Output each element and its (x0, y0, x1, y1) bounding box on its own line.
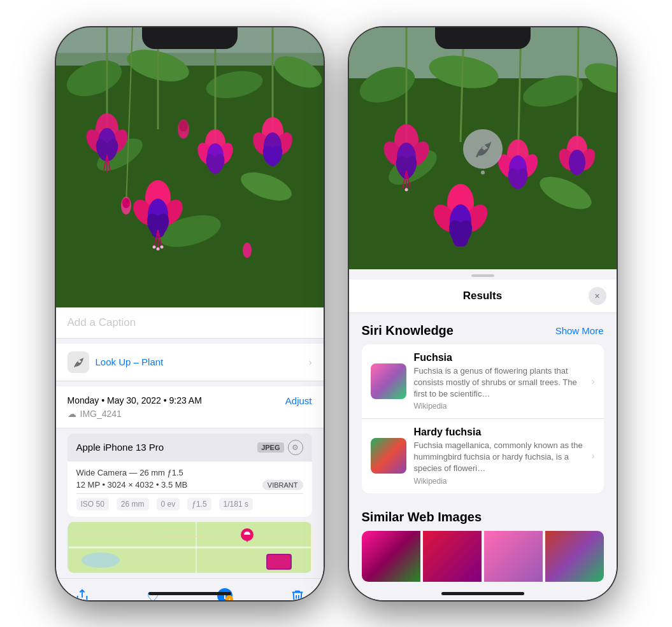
adjust-button[interactable]: Adjust (285, 395, 312, 406)
hardy-chevron: › (592, 451, 595, 461)
flower-photo[interactable] (56, 27, 324, 307)
fuchsia-source: Wikipedia (414, 402, 584, 411)
fuchsia-name: Fuchsia (414, 352, 584, 363)
camera-wide-text: Wide Camera — 26 mm ƒ1.5 (76, 468, 183, 477)
knowledge-card: Fuchsia Fuchsia is a genus of flowering … (362, 344, 604, 493)
svg-text:i: i (228, 597, 229, 600)
date-section: Monday • May 30, 2022 • 9:23 AM Adjust ☁… (56, 386, 324, 428)
results-header: Results × (349, 279, 617, 313)
siri-circle (463, 129, 503, 169)
results-title: Results (463, 290, 502, 302)
filename-row: ☁ IMG_4241 (68, 409, 312, 419)
share-icon (75, 589, 89, 600)
svg-point-41 (160, 245, 163, 248)
web-image-4[interactable] (545, 531, 604, 582)
camera-badges: JPEG ⚙ (257, 440, 303, 455)
hardy-content: Hardy fuchsia Fuchsia magellanica, commo… (414, 426, 584, 486)
exif-focal: 26 mm (117, 498, 149, 511)
share-button[interactable] (75, 589, 89, 600)
camera-name: Apple iPhone 13 Pro (76, 442, 164, 453)
siri-visual-badge (463, 129, 503, 174)
siri-section-header: Siri Knowledge Show More (362, 323, 604, 338)
hardy-thumb-image (371, 438, 406, 474)
photo-info-panel: Add a Caption Look Up – Plant › Monday •… (56, 307, 324, 600)
mp-info-row: 12 MP • 3024 × 4032 • 3.5 MB VIBRANT (76, 480, 303, 490)
web-images-section: Similar Web Images (349, 500, 617, 588)
right-phone-notch (435, 27, 531, 49)
web-image-2[interactable] (423, 531, 482, 582)
right-flower-photo[interactable] (349, 27, 617, 269)
leaf-icon (68, 351, 89, 373)
siri-knowledge-section: Siri Knowledge Show More Fuchsia Fuchsia… (349, 313, 617, 500)
web-image-1[interactable] (362, 531, 420, 582)
date-text: Monday • May 30, 2022 • 9:23 AM (68, 395, 202, 405)
hardy-thumbnail (371, 438, 406, 474)
trash-button[interactable] (290, 589, 304, 600)
fuchsia-desc: Fuchsia is a genus of flowering plants t… (414, 365, 584, 400)
flower-bg-image (56, 27, 324, 307)
hardy-name: Hardy fuchsia (414, 426, 584, 438)
vibrant-badge: VIBRANT (262, 480, 303, 490)
lookup-subject: Plant (139, 356, 163, 367)
svg-point-106 (569, 150, 585, 175)
drag-handle (471, 274, 494, 277)
close-icon: × (594, 291, 599, 301)
right-home-indicator (441, 592, 524, 595)
lookup-chevron: › (309, 357, 312, 367)
map-preview[interactable] (68, 522, 312, 573)
siri-dot (481, 171, 485, 174)
exif-ev: 0 ev (157, 498, 180, 511)
filename-text: IMG_4241 (80, 409, 122, 419)
home-indicator (148, 592, 231, 595)
left-phone: Add a Caption Look Up – Plant › Monday •… (56, 27, 324, 600)
show-more-button[interactable]: Show More (555, 325, 604, 336)
camera-header: Apple iPhone 13 Pro JPEG ⚙ (68, 433, 312, 461)
fuchsia-chevron: › (592, 376, 595, 386)
web-images-title: Similar Web Images (362, 510, 482, 525)
caption-area[interactable]: Add a Caption (56, 307, 324, 339)
bottom-toolbar: ♡ i i (56, 578, 324, 600)
lookup-row[interactable]: Look Up – Plant › (56, 344, 324, 381)
siri-knowledge-title: Siri Knowledge (362, 323, 454, 338)
fuchsia-thumbnail (371, 363, 406, 399)
svg-point-39 (156, 247, 159, 250)
knowledge-item-fuchsia[interactable]: Fuchsia Fuchsia is a genus of flowering … (362, 344, 604, 419)
trash-icon (290, 589, 304, 600)
lookup-text: Look Up – Plant (96, 356, 164, 367)
close-button[interactable]: × (589, 287, 606, 305)
right-phone: Results × Siri Knowledge Show More (349, 27, 617, 600)
fuchsia-content: Fuchsia Fuchsia is a genus of flowering … (414, 352, 584, 411)
fuchsia-thumb-image (371, 363, 406, 399)
right-phone-screen: Results × Siri Knowledge Show More (349, 27, 617, 600)
results-panel: Results × Siri Knowledge Show More (349, 269, 617, 600)
web-image-3[interactable] (484, 531, 543, 582)
left-phone-screen: Add a Caption Look Up – Plant › Monday •… (56, 27, 324, 600)
camera-section: Apple iPhone 13 Pro JPEG ⚙ Wide Camera —… (68, 433, 312, 517)
exif-aperture: ƒ1.5 (187, 498, 211, 511)
svg-point-52 (179, 120, 188, 132)
exif-shutter: 1/181 s (219, 498, 253, 511)
lookup-label: Look Up – (96, 356, 139, 367)
knowledge-item-hardy[interactable]: Hardy fuchsia Fuchsia magellanica, commo… (362, 419, 604, 493)
svg-rect-63 (268, 555, 290, 568)
cloud-icon: ☁ (68, 409, 76, 419)
leaf-svg (72, 356, 85, 369)
web-images-grid (362, 531, 604, 582)
camera-wide: Wide Camera — 26 mm ƒ1.5 (76, 468, 303, 477)
map-svg (68, 522, 312, 573)
mp-info: 12 MP • 3024 × 4032 • 3.5 MB (76, 480, 188, 490)
gear-button[interactable]: ⚙ (288, 440, 303, 455)
jpeg-badge: JPEG (257, 442, 283, 453)
exif-iso: ISO 50 (76, 498, 109, 511)
svg-point-50 (243, 243, 252, 258)
camera-details: Wide Camera — 26 mm ƒ1.5 12 MP • 3024 × … (68, 461, 312, 517)
web-images-header: Similar Web Images (362, 510, 604, 525)
hardy-desc: Fuchsia magellanica, commonly known as t… (414, 440, 584, 475)
siri-leaf-icon (473, 139, 493, 159)
svg-point-49 (122, 198, 130, 208)
caption-placeholder[interactable]: Add a Caption (68, 316, 136, 328)
flower-svg (56, 27, 324, 307)
date-row: Monday • May 30, 2022 • 9:23 AM Adjust (68, 395, 312, 406)
hardy-source: Wikipedia (414, 477, 584, 486)
svg-point-90 (404, 188, 408, 191)
